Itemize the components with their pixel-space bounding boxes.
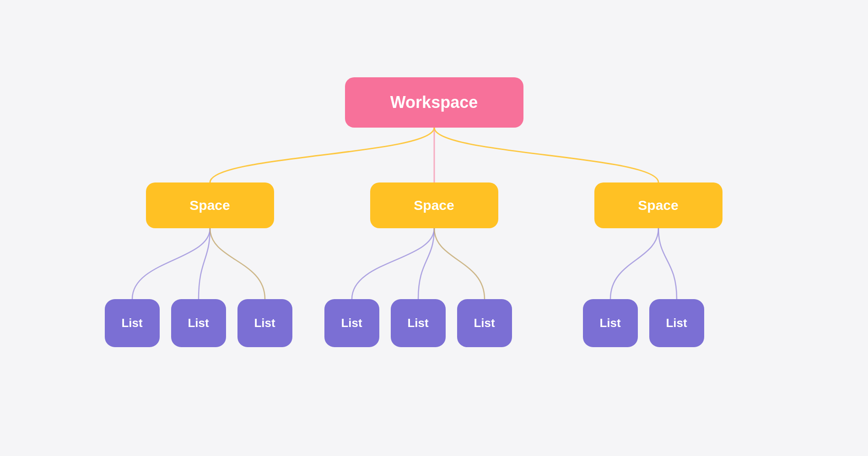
list-node-3-2: List [649,299,704,347]
list-3-1-label: List [599,316,620,330]
space-3-label: Space [638,198,678,213]
space-2-label: Space [414,198,454,213]
space-node-3: Space [594,182,722,228]
space-1-label: Space [189,198,230,213]
space-node-2: Space [370,182,498,228]
list-3-2-label: List [666,316,687,330]
diagram-container: Workspace Space Space Space List List Li… [91,50,777,407]
list-node-1-3: List [237,299,292,347]
list-node-3-1: List [583,299,638,347]
list-2-3-label: List [474,316,495,330]
list-node-2-2: List [391,299,446,347]
list-1-3-label: List [254,316,275,330]
list-node-1-2: List [171,299,226,347]
list-2-2-label: List [407,316,428,330]
space-node-1: Space [146,182,274,228]
workspace-label: Workspace [390,93,478,112]
list-node-2-1: List [324,299,379,347]
list-2-1-label: List [341,316,362,330]
list-1-2-label: List [188,316,209,330]
workspace-node: Workspace [345,77,523,128]
list-node-2-3: List [457,299,512,347]
list-node-1-1: List [105,299,160,347]
list-1-1-label: List [121,316,142,330]
